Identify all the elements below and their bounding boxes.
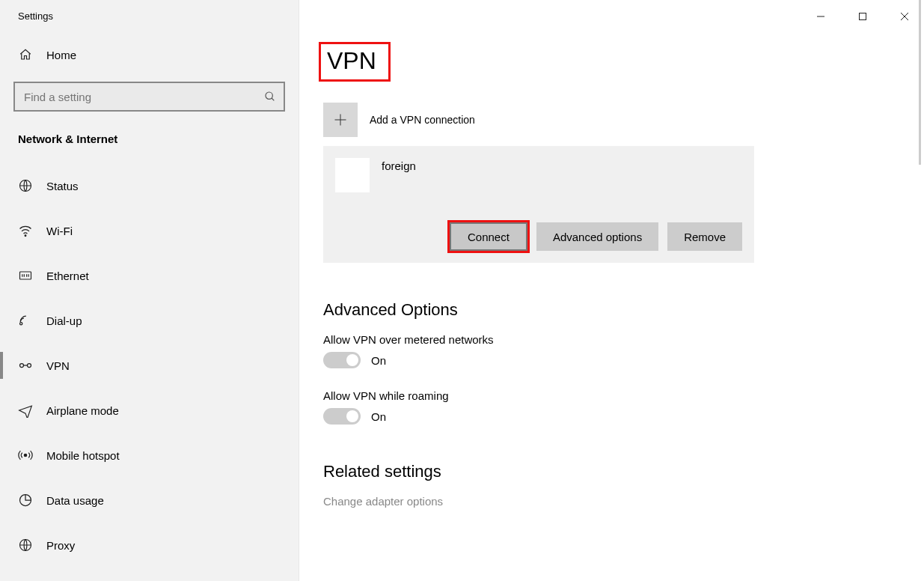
sidebar-item-label: Airplane mode	[46, 404, 119, 417]
sidebar-item-ethernet[interactable]: Ethernet	[0, 253, 299, 298]
search-box[interactable]	[13, 82, 285, 112]
vpn-connection-name: foreign	[382, 158, 416, 172]
airplane-icon	[18, 403, 33, 418]
search-icon	[264, 91, 276, 103]
scrollbar[interactable]	[919, 0, 921, 165]
sidebar-item-vpn[interactable]: VPN	[0, 343, 299, 388]
sidebar-item-label: VPN	[46, 359, 70, 372]
metered-networks-toggle[interactable]	[323, 352, 361, 368]
svg-line-1	[272, 98, 274, 100]
sidebar-item-label: Dial-up	[46, 314, 82, 327]
search-input[interactable]	[22, 90, 264, 104]
page-title: VPN	[319, 42, 391, 82]
data-usage-icon	[18, 493, 33, 508]
globe-icon	[18, 178, 33, 193]
connect-button[interactable]: Connect	[450, 222, 527, 251]
svg-point-5	[20, 323, 22, 325]
hotspot-icon	[18, 448, 33, 463]
home-icon	[18, 47, 33, 62]
svg-point-8	[24, 454, 26, 456]
window-controls	[809, 6, 917, 27]
main-content: VPN Add a VPN connection foreign Connect…	[299, 0, 924, 581]
sidebar-item-label: Wi-Fi	[46, 225, 73, 237]
sidebar: Settings Home Network & Internet Status	[0, 0, 299, 581]
remove-button[interactable]: Remove	[667, 222, 742, 251]
close-button[interactable]	[893, 6, 917, 27]
roaming-label: Allow VPN while roaming	[323, 389, 924, 402]
sidebar-item-label: Data usage	[46, 494, 104, 507]
svg-rect-4	[20, 272, 31, 279]
change-adapter-link[interactable]: Change adapter options	[323, 495, 924, 508]
sidebar-nav: Status Wi-Fi Ethernet Dial-up	[0, 163, 299, 568]
sidebar-item-status[interactable]: Status	[0, 163, 299, 208]
sidebar-item-datausage[interactable]: Data usage	[0, 478, 299, 523]
sidebar-item-hotspot[interactable]: Mobile hotspot	[0, 433, 299, 478]
sidebar-item-label: Mobile hotspot	[46, 449, 120, 462]
vpn-connection-icon	[335, 158, 370, 192]
roaming-state: On	[371, 410, 386, 423]
dialup-icon	[18, 313, 33, 328]
related-settings-heading: Related settings	[323, 462, 924, 481]
sidebar-category: Network & Internet	[0, 112, 299, 153]
sidebar-item-dialup[interactable]: Dial-up	[0, 298, 299, 343]
ethernet-icon	[18, 268, 33, 283]
sidebar-item-proxy[interactable]: Proxy	[0, 523, 299, 568]
advanced-options-button[interactable]: Advanced options	[536, 222, 658, 251]
nav-home-label: Home	[46, 49, 76, 61]
sidebar-item-label: Status	[46, 180, 79, 192]
wifi-icon	[18, 223, 33, 238]
sidebar-item-label: Proxy	[46, 539, 75, 552]
metered-networks-state: On	[371, 354, 386, 367]
svg-point-3	[25, 235, 26, 237]
sidebar-item-airplane[interactable]: Airplane mode	[0, 388, 299, 433]
svg-rect-12	[860, 13, 866, 20]
proxy-icon	[18, 538, 33, 553]
app-title: Settings	[0, 10, 299, 40]
roaming-toggle[interactable]	[323, 408, 361, 425]
svg-point-6	[20, 364, 24, 368]
sidebar-item-label: Ethernet	[46, 270, 89, 282]
sidebar-item-wifi[interactable]: Wi-Fi	[0, 208, 299, 253]
plus-icon	[323, 103, 358, 137]
add-vpn-connection[interactable]: Add a VPN connection	[323, 103, 924, 137]
advanced-options-heading: Advanced Options	[323, 300, 924, 320]
vpn-connection-item[interactable]: foreign Connect Advanced options Remove	[323, 146, 754, 263]
add-vpn-label: Add a VPN connection	[370, 114, 475, 126]
minimize-button[interactable]	[809, 6, 833, 27]
svg-point-7	[28, 364, 31, 368]
maximize-button[interactable]	[851, 6, 875, 27]
metered-networks-label: Allow VPN over metered networks	[323, 333, 924, 346]
vpn-icon	[18, 358, 33, 373]
svg-point-0	[266, 92, 272, 99]
nav-home[interactable]: Home	[0, 40, 299, 70]
